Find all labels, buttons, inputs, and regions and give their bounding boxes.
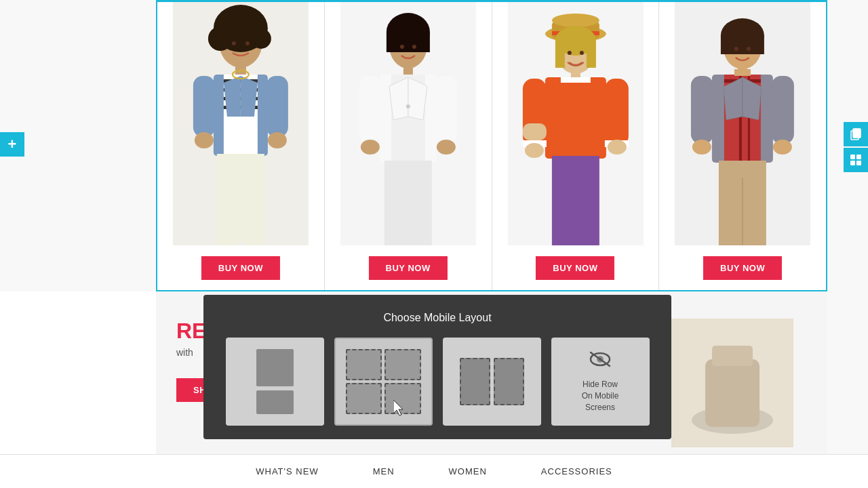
hide-eye-icon <box>588 350 612 373</box>
right-sidebar <box>827 0 868 488</box>
nav-whats-new[interactable]: WHAT'S NEW <box>256 466 318 476</box>
product-cell-3: BUY NOW <box>492 1 660 290</box>
svg-point-62 <box>579 51 583 55</box>
svg-point-39 <box>400 45 404 49</box>
popup-title: Choose Mobile Layout <box>217 312 658 324</box>
product-image-3 <box>492 1 659 245</box>
mobile-layout-popup: Choose Mobile Layout <box>203 295 671 439</box>
svg-rect-59 <box>522 123 546 140</box>
svg-rect-89 <box>850 155 855 159</box>
svg-rect-5 <box>235 62 246 76</box>
svg-point-58 <box>607 140 626 155</box>
svg-rect-96 <box>712 346 753 366</box>
svg-point-36 <box>361 140 380 155</box>
nav-men[interactable]: MEN <box>373 466 395 476</box>
svg-point-84 <box>747 47 751 51</box>
layout-1-preview <box>226 338 324 426</box>
svg-rect-49 <box>586 41 595 68</box>
svg-rect-90 <box>856 155 861 159</box>
svg-rect-52 <box>560 77 590 83</box>
svg-rect-15 <box>267 76 288 137</box>
nav-accessories[interactable]: ACCESSORIES <box>541 466 612 476</box>
bottom-image <box>671 319 793 447</box>
selection-border-top <box>156 0 827 2</box>
buy-now-btn-4[interactable]: BUY NOW <box>703 256 782 280</box>
product-image-2 <box>325 1 492 245</box>
copy-icon <box>849 127 863 141</box>
buy-now-btn-1[interactable]: BUY NOW <box>201 256 280 280</box>
main-area: BUY NOW <box>0 0 868 488</box>
svg-rect-91 <box>850 161 855 165</box>
svg-point-4 <box>251 28 271 49</box>
svg-rect-19 <box>217 178 237 245</box>
hide-row-label: Hide RowOn MobileScreens <box>582 379 619 413</box>
svg-rect-66 <box>721 35 764 54</box>
svg-rect-51 <box>545 77 606 159</box>
toolbar-settings-btn[interactable] <box>844 148 868 172</box>
layout-2-preview <box>336 339 431 424</box>
nav-women[interactable]: WOMEN <box>449 466 487 476</box>
svg-point-16 <box>195 132 214 148</box>
layout-3-preview <box>446 338 538 426</box>
svg-rect-20 <box>244 178 264 245</box>
svg-point-17 <box>268 132 287 148</box>
svg-point-37 <box>437 140 456 155</box>
add-element-button[interactable]: + <box>0 132 24 157</box>
svg-point-22 <box>232 41 236 45</box>
toolbar-copy-btn[interactable] <box>844 122 868 146</box>
grid-icon <box>849 153 863 167</box>
svg-rect-85 <box>734 69 751 76</box>
svg-point-57 <box>524 143 543 158</box>
svg-rect-60 <box>551 156 599 245</box>
layout-option-hide-row[interactable]: Hide RowOn MobileScreens <box>551 338 650 426</box>
right-toolbar <box>844 122 868 172</box>
svg-point-83 <box>734 47 738 51</box>
svg-rect-87 <box>853 129 861 138</box>
product-image-4 <box>659 1 826 245</box>
product-cell-1: BUY NOW <box>157 1 325 290</box>
layout-option-2x2-grid[interactable] <box>334 338 433 426</box>
svg-point-40 <box>412 45 416 49</box>
svg-point-80 <box>773 140 792 155</box>
svg-rect-54 <box>604 79 628 146</box>
svg-point-44 <box>551 14 599 27</box>
product-cell-4: BUY NOW <box>659 1 826 290</box>
products-row: BUY NOW <box>156 0 827 291</box>
svg-point-79 <box>692 140 711 155</box>
svg-point-3 <box>208 26 233 51</box>
layout-option-single-col[interactable] <box>226 338 324 426</box>
product-image-1 <box>157 1 324 245</box>
layout-4-preview: Hide RowOn MobileScreens <box>575 343 626 420</box>
svg-rect-35 <box>435 76 457 144</box>
buy-now-btn-3[interactable]: BUY NOW <box>536 256 614 280</box>
svg-rect-92 <box>856 161 861 165</box>
product-cell-2: BUY NOW <box>325 1 492 290</box>
layout-option-two-col[interactable] <box>443 338 541 426</box>
plus-icon: + <box>8 136 17 153</box>
svg-rect-48 <box>555 41 564 68</box>
svg-rect-14 <box>193 76 215 137</box>
svg-rect-34 <box>359 76 381 144</box>
svg-rect-78 <box>772 76 794 144</box>
bottom-nav: WHAT'S NEW MEN WOMEN ACCESSORIES <box>0 454 868 488</box>
svg-point-61 <box>567 51 571 55</box>
svg-rect-38 <box>384 161 432 245</box>
svg-rect-27 <box>387 32 430 52</box>
svg-rect-77 <box>691 76 713 144</box>
svg-point-33 <box>406 104 410 108</box>
svg-rect-95 <box>705 359 760 427</box>
layout-options-container: Hide RowOn MobileScreens <box>217 338 658 426</box>
buy-now-btn-2[interactable]: BUY NOW <box>369 256 448 280</box>
svg-point-23 <box>245 41 250 45</box>
